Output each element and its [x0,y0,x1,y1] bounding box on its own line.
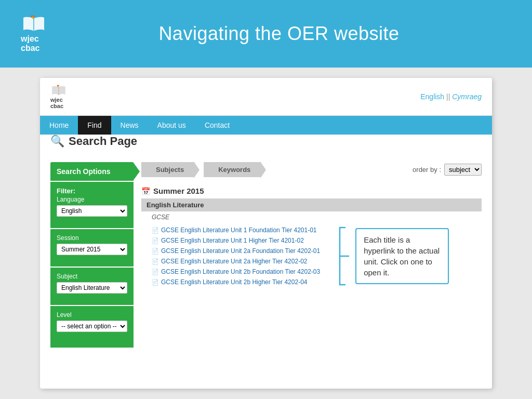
list-item[interactable]: 📄 GCSE English Literature Unit 2b Higher… [141,277,330,287]
list-item[interactable]: 📄 GCSE English Literature Unit 2a Higher… [141,256,330,267]
nav-item-about[interactable]: About us [148,116,195,135]
lang-cymraeg[interactable]: Cymraeg [452,92,482,101]
logo-book-icon [21,15,47,33]
level-row: GCSE [141,211,482,223]
nav-item-contact[interactable]: Contact [195,116,239,135]
search-page-title: 🔍 Search Page [40,135,492,148]
doc-icon-4: 📄 [152,258,159,265]
tab-keywords[interactable]: Keywords [204,162,261,177]
level-section: Level -- select an option -- GCSE A Leve… [50,306,134,337]
results-area: Subjects Keywords order by : subject dat… [141,162,482,348]
subject-select[interactable]: English Literature Mathematics Science [57,282,127,294]
level-select[interactable]: -- select an option -- GCSE A Level [57,321,127,332]
filter-gap-1 [50,222,134,228]
order-by-select[interactable]: subject date title [444,164,482,176]
language-select[interactable]: English Welsh [57,205,127,217]
bracket-icon [335,225,350,287]
tab-subjects[interactable]: Subjects [141,162,194,177]
subject-section: Subject English Literature Mathematics S… [50,268,134,299]
top-header: wjec cbac Navigating the OER website [0,0,532,68]
page-content: Search Options Filter: Language English … [40,154,492,355]
filter-gap-3 [50,299,134,305]
top-logo-text: wjec cbac [21,34,39,52]
page-title: Search Page [69,135,137,148]
site-logo-text: wjec cbac [50,97,63,109]
level-label: Level [57,311,127,318]
order-bar: order by : subject date title [413,164,482,176]
sidebar-bottom [50,337,134,348]
top-logo: wjec cbac [21,15,47,52]
doc-icon-2: 📄 [152,237,159,244]
main-area: wjec cbac English || Cymraeg Home Find N… [0,68,532,399]
browser-window: wjec cbac English || Cymraeg Home Find N… [40,78,492,389]
session-select[interactable]: Summer 2015 Winter 2014 Summer 2014 [57,244,127,255]
callout-text: Each title is a hyperlink to the actual … [355,228,449,284]
list-item[interactable]: 📄 GCSE English Literature Unit 2a Founda… [141,246,330,256]
lang-separator: || [446,92,452,101]
filter-label: Filter: [57,187,127,195]
search-options-header: Search Options [50,162,134,181]
list-item[interactable]: 📄 GCSE English Literature Unit 2b Founda… [141,267,330,277]
page-main-title: Navigating the OER website [47,23,511,45]
language-switcher[interactable]: English || Cymraeg [420,92,482,101]
site-logo: wjec cbac [50,84,67,109]
search-icon: 🔍 [50,135,64,148]
subject-label: Subject [57,273,127,280]
filter-gap-2 [50,260,134,267]
language-label: Language [57,196,127,203]
lang-english[interactable]: English [420,92,444,101]
calendar-icon: 📅 [141,187,150,195]
callout-annotation: Each title is a hyperlink to the actual … [335,225,449,287]
nav-bar: Home Find News About us Contact [40,116,492,135]
list-item[interactable]: 📄 GCSE English Literature Unit 1 Foundat… [141,225,330,235]
order-by-label: order by : [413,166,441,174]
site-header: wjec cbac English || Cymraeg [40,78,492,116]
nav-item-find[interactable]: Find [78,116,111,135]
doc-icon-3: 📄 [152,248,159,255]
session-section: Session Summer 2015 Winter 2014 Summer 2… [50,229,134,260]
session-label: Session [57,234,127,242]
session-label-text: Summer 2015 [153,187,204,195]
filter-section: Filter: Language English Welsh [50,182,134,222]
doc-icon-6: 📄 [152,279,159,286]
breadcrumb-tabs: Subjects Keywords [141,162,263,177]
sidebar: Search Options Filter: Language English … [50,162,134,348]
callout-area: 📄 GCSE English Literature Unit 1 Foundat… [141,225,482,287]
doc-icon-1: 📄 [152,227,159,234]
subject-header: English Literature [141,198,482,211]
session-title: 📅 Summer 2015 [141,187,482,195]
doc-icon-5: 📄 [152,269,159,275]
list-item[interactable]: 📄 GCSE English Literature Unit 1 Higher … [141,235,330,246]
nav-item-home[interactable]: Home [40,116,78,135]
result-list: 📄 GCSE English Literature Unit 1 Foundat… [141,225,330,287]
nav-item-news[interactable]: News [111,116,148,135]
site-logo-icon [50,84,67,97]
